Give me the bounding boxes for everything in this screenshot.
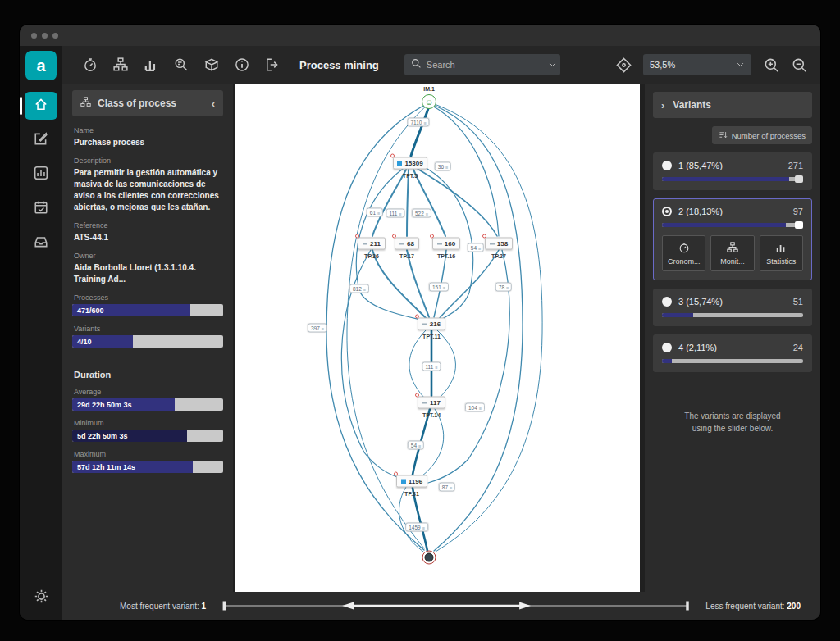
edge-frequency-label: 111 — [386, 209, 404, 218]
process-node-code: TPT.5 — [403, 173, 418, 179]
variants-note: The variants are displayed using the sli… — [653, 410, 812, 434]
variant-card-1[interactable]: 1 (85,47%) 271 — [653, 152, 812, 190]
variant-card-2[interactable]: 2 (18,13%) 97 Cronom — [653, 198, 812, 280]
variant-radio[interactable] — [662, 161, 672, 170]
edge-frequency-label: 397 — [308, 324, 327, 333]
dash-icon — [399, 243, 404, 244]
bar-chart-icon[interactable] — [143, 57, 159, 73]
variant-card-4[interactable]: 4 (2,11%) 24 — [653, 334, 812, 372]
progress-fill: 29d 22h 50m 3s — [72, 398, 175, 411]
window-dot[interactable] — [31, 33, 37, 39]
variant-count: 271 — [788, 161, 803, 170]
variant-slider-thumb[interactable] — [795, 175, 803, 183]
variant-range-slider[interactable] — [217, 600, 694, 611]
alert-badge-icon — [415, 315, 419, 319]
class-panel-header[interactable]: Class of process ‹ — [72, 90, 223, 116]
variant-slider[interactable] — [662, 313, 803, 317]
action-label: Cronom... — [668, 257, 701, 266]
variant-radio-selected[interactable] — [662, 207, 672, 216]
edge-frequency-label: 78 — [495, 283, 512, 292]
sidebar-item-settings[interactable] — [23, 584, 59, 611]
alert-badge-icon — [392, 234, 396, 239]
window-dot[interactable] — [42, 33, 48, 39]
process-node-code: TPT.14 — [422, 412, 441, 418]
variant-slider[interactable] — [662, 177, 803, 181]
field-label: Name — [74, 126, 221, 134]
node-frequency: 216 — [430, 320, 441, 328]
timer-icon — [678, 242, 690, 255]
start-event-node[interactable]: ☺ — [422, 94, 436, 109]
fit-view-icon[interactable] — [615, 57, 632, 73]
alert-badge-icon — [482, 234, 486, 239]
variant-radio[interactable] — [662, 343, 672, 352]
sidebar-item-statistics[interactable] — [23, 161, 59, 189]
process-node-TP.36[interactable]: 211 — [358, 238, 386, 250]
sort-by-processes-button[interactable]: Number of processes — [712, 126, 812, 144]
sidebar-item-edit[interactable] — [23, 126, 59, 154]
sidebar-item-inbox[interactable] — [23, 230, 59, 257]
bar-chart-icon — [775, 242, 787, 255]
alert-badge-icon — [415, 393, 419, 398]
node-frequency: 211 — [370, 240, 381, 248]
zoom-in-icon[interactable] — [763, 57, 779, 73]
variant-slider-thumb[interactable] — [795, 221, 803, 229]
maximum-duration-bar: 57d 12h 11m 14s — [72, 461, 223, 473]
search-box[interactable] — [404, 54, 560, 75]
variants-panel-header[interactable]: › Variants — [653, 92, 812, 118]
edge-frequency-label: 1459 — [405, 523, 428, 532]
chevron-down-icon[interactable] — [548, 57, 557, 72]
end-event-node[interactable] — [422, 551, 436, 565]
chronometer-button[interactable]: Cronom... — [662, 235, 705, 271]
variant-slider[interactable] — [662, 359, 803, 363]
variant-card-3[interactable]: 3 (15,74%) 51 — [653, 289, 812, 326]
process-node-TP.27[interactable]: 158 — [485, 238, 513, 250]
statistics-button[interactable]: Statistics — [760, 235, 803, 271]
timer-icon[interactable] — [82, 57, 98, 73]
app-logo[interactable]: a — [25, 51, 57, 80]
sort-icon — [719, 130, 728, 141]
edge-frequency-label: 7110 — [407, 118, 429, 127]
field-value-name: Purchase process — [74, 137, 221, 148]
field-label: Processes — [74, 293, 221, 302]
variant-label: 2 (18,13%) — [678, 207, 787, 216]
process-node-TPT.16[interactable]: 160 — [432, 238, 460, 250]
process-node-TP.31[interactable]: 1196 — [396, 475, 427, 488]
zoom-level-select[interactable]: 53,5% — [643, 54, 751, 75]
edge-frequency-label: 36 — [435, 162, 451, 171]
window-dot[interactable] — [52, 33, 58, 39]
variant-count: 51 — [793, 297, 803, 307]
process-node-code: TPT.16 — [437, 253, 455, 259]
info-icon[interactable] — [234, 57, 250, 73]
sidebar-item-home[interactable] — [25, 92, 57, 120]
zoom-out-icon[interactable] — [791, 57, 807, 73]
action-label: Statistics — [766, 257, 796, 266]
field-label: Variants — [74, 325, 221, 333]
field-label: Average — [74, 388, 221, 396]
dash-icon — [422, 402, 427, 403]
process-node-TPT.11[interactable]: 216 — [418, 318, 445, 330]
package-icon[interactable] — [203, 57, 220, 73]
export-icon[interactable] — [264, 57, 281, 73]
edge-frequency-label: 111 — [422, 362, 441, 371]
field-value-owner: Aida Borbolla Lloret (1.3.1.10.4. Traini… — [74, 262, 221, 285]
edge-frequency-label: 151 — [429, 283, 449, 292]
collapse-chevron-icon[interactable]: ‹ — [212, 98, 215, 110]
variant-radio[interactable] — [662, 297, 672, 307]
page-title: Process mining — [299, 59, 379, 71]
process-node-TPT.5[interactable]: 15309 — [393, 157, 427, 170]
variants-panel-title: Variants — [673, 99, 711, 111]
process-node-TP.17[interactable]: 68 — [395, 238, 419, 250]
variant-slider[interactable] — [662, 223, 803, 227]
search-input[interactable] — [427, 60, 543, 70]
sidebar-item-tasks[interactable] — [23, 195, 59, 223]
most-frequent-value: 1 — [202, 602, 207, 611]
app-window: a — [20, 25, 820, 620]
process-tree-icon[interactable] — [112, 57, 129, 73]
process-node-code: TP.27 — [491, 253, 506, 259]
process-node-TPT.14[interactable]: 117 — [418, 397, 445, 409]
process-map-canvas[interactable]: IM.1 ☺ 15309TPT.5211TP.3668TP.17160TPT.1… — [235, 84, 640, 592]
zoom-search-icon[interactable] — [173, 57, 189, 73]
monitor-button[interactable]: Monit... — [710, 235, 754, 271]
edge-frequency-label: 522 — [412, 209, 431, 218]
alert-badge-icon — [430, 234, 434, 239]
